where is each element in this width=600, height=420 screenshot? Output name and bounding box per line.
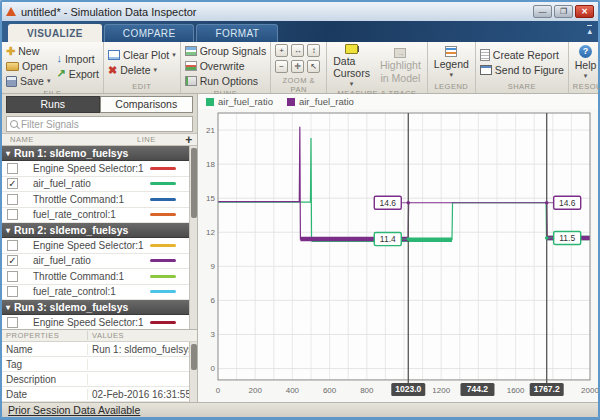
signal-name[interactable]: Engine Speed Selector:1	[24, 240, 150, 251]
property-value[interactable]: Run 1: sldemo_fuelsys	[88, 344, 197, 355]
signal-checkbox[interactable]	[7, 286, 18, 297]
export-button[interactable]: ↗Export	[56, 67, 99, 81]
signal-plot[interactable]: 0200400600800120016002000036912151821 10…	[198, 109, 598, 402]
signal-checkbox[interactable]	[7, 194, 18, 205]
clear-plot-button[interactable]: Clear Plot▾	[108, 48, 176, 62]
signal-checkbox[interactable]: ✓	[7, 255, 18, 266]
save-dropdown-icon[interactable]: ▾	[47, 77, 51, 85]
signal-name[interactable]: fuel_rate_control:1	[24, 286, 150, 297]
toolbar-group-legend: Legend ▾ LEGEND	[428, 42, 476, 93]
ribbon-tab-band: VISUALIZE COMPARE FORMAT ▴	[2, 21, 598, 42]
properties-scrollbar-thumb[interactable]	[191, 344, 197, 370]
signal-checkbox[interactable]	[7, 209, 18, 220]
legend-dropdown-icon[interactable]: ▾	[450, 71, 454, 79]
signal-line-swatch[interactable]	[150, 259, 176, 262]
left-panel: Runs Comparisons NAME LINE + ▾Run 1: sld…	[2, 94, 198, 402]
tree-scrollbar[interactable]	[189, 146, 197, 329]
zoom-in-button[interactable]: +	[275, 44, 288, 57]
pan-button[interactable]: ✛	[291, 60, 304, 73]
overwrite-icon	[185, 61, 197, 71]
collapse-icon[interactable]: ▾	[6, 226, 10, 235]
close-button[interactable]: ✕	[575, 5, 594, 18]
pointer-select-button[interactable]: ↖	[307, 60, 320, 73]
signal-checkbox[interactable]	[7, 317, 18, 328]
legend-button[interactable]: Legend ▾	[432, 46, 471, 79]
signal-line-swatch[interactable]	[150, 167, 176, 170]
open-button[interactable]: Open	[6, 59, 50, 73]
minimize-button[interactable]: —	[533, 5, 552, 18]
delete-dropdown-icon[interactable]: ▾	[154, 66, 158, 74]
properties-scrollbar[interactable]	[189, 342, 197, 402]
legend-icon	[445, 46, 457, 57]
toolbar-group-file: ✚New Open Save▾ ↓Import ↗Export FILE	[2, 42, 104, 93]
cursor-axis-label[interactable]: 1767.2	[530, 383, 564, 396]
save-button[interactable]: Save▾	[6, 74, 50, 88]
collapse-ribbon-icon[interactable]: ▴	[587, 25, 592, 35]
zoom-x-button[interactable]: ↔	[291, 44, 304, 57]
signal-name[interactable]: fuel_rate_control:1	[24, 209, 150, 220]
legend-item[interactable]: air_fuel_ratio	[287, 96, 354, 107]
svg-text:0: 0	[211, 364, 216, 373]
zoom-out-button[interactable]: −	[275, 60, 288, 73]
svg-text:6: 6	[211, 296, 216, 305]
svg-text:15: 15	[206, 194, 215, 203]
tab-visualize[interactable]: VISUALIZE	[8, 24, 102, 42]
overwrite-button[interactable]: Overwrite	[185, 59, 267, 73]
run-group-header[interactable]: ▾Run 2: sldemo_fuelsys	[2, 223, 197, 238]
new-button[interactable]: ✚New	[6, 44, 50, 58]
collapse-icon[interactable]: ▾	[6, 149, 10, 158]
signal-name[interactable]: Throttle Command:1	[24, 271, 150, 282]
run-group-header[interactable]: ▾Run 1: sldemo_fuelsys	[2, 146, 197, 161]
help-dropdown-icon[interactable]: ▾	[584, 72, 588, 80]
restore-button[interactable]: ❐	[554, 5, 573, 18]
help-button[interactable]: ? Help ▾	[573, 45, 599, 80]
signal-line-swatch[interactable]	[150, 321, 176, 324]
clear-plot-dropdown-icon[interactable]: ▾	[172, 51, 176, 59]
signal-line-swatch[interactable]	[150, 275, 176, 278]
cursor-value-label[interactable]: 11.5	[554, 231, 581, 244]
tree-scrollbar-thumb[interactable]	[191, 148, 197, 218]
zoom-y-button[interactable]: ↕	[307, 44, 320, 57]
cursor-value-label[interactable]: 14.6	[554, 196, 581, 209]
create-report-button[interactable]: Create Report	[480, 48, 564, 62]
signal-line-swatch[interactable]	[150, 244, 176, 247]
prior-session-link[interactable]: Prior Session Data Available	[8, 404, 140, 416]
tab-format[interactable]: FORMAT	[196, 24, 278, 42]
run-group-header[interactable]: ▾Run 3: sldemo_fuelsys	[2, 300, 197, 315]
data-cursors-button[interactable]: Data Cursors ▾	[331, 44, 372, 88]
legend-item[interactable]: air_fuel_ratio	[206, 96, 273, 107]
group-signals-button[interactable]: Group Signals	[185, 44, 267, 58]
import-button[interactable]: ↓Import	[56, 52, 99, 66]
tab-compare[interactable]: COMPARE	[104, 24, 195, 42]
signal-checkbox[interactable]	[7, 163, 18, 174]
collapse-icon[interactable]: ▾	[6, 303, 10, 312]
tab-runs[interactable]: Runs	[6, 96, 100, 113]
tab-comparisons[interactable]: Comparisons	[100, 96, 194, 113]
signal-line-swatch[interactable]	[150, 290, 176, 293]
signal-name[interactable]: Engine Speed Selector:1	[24, 317, 150, 328]
signal-checkbox[interactable]	[7, 271, 18, 282]
svg-text:1023.0: 1023.0	[395, 384, 421, 394]
signal-line-swatch[interactable]	[150, 213, 176, 216]
signal-name[interactable]: air_fuel_ratio	[24, 255, 150, 266]
signal-checkbox[interactable]	[7, 240, 18, 251]
add-column-button[interactable]: +	[181, 134, 197, 146]
signal-line-swatch[interactable]	[150, 198, 176, 201]
cursor-axis-label[interactable]: 1023.0	[391, 383, 425, 396]
delete-button[interactable]: ✖Delete▾	[108, 63, 176, 77]
cursor-value-label[interactable]: 14.6	[374, 196, 401, 209]
signal-name[interactable]: air_fuel_ratio	[24, 178, 150, 189]
filter-signals-input[interactable]	[21, 119, 189, 130]
cursor-value-label[interactable]: 11.4	[374, 233, 401, 246]
signal-line-swatch[interactable]	[150, 182, 176, 185]
property-value[interactable]: 02-Feb-2016 16:31:55	[88, 389, 197, 400]
run-options-button[interactable]: Run Options	[185, 74, 267, 88]
signal-name[interactable]: Throttle Command:1	[24, 194, 150, 205]
highlight-in-model-button[interactable]: → Highlight in Model	[378, 48, 423, 84]
signal-name[interactable]: Engine Speed Selector:1	[24, 163, 150, 174]
send-to-figure-button[interactable]: Send to Figure	[480, 63, 564, 77]
svg-text:1600: 1600	[507, 386, 525, 395]
signal-checkbox[interactable]: ✓	[7, 178, 18, 189]
cursor-axis-label[interactable]: 744.2	[460, 383, 494, 396]
data-cursors-dropdown-icon[interactable]: ▾	[350, 80, 354, 88]
